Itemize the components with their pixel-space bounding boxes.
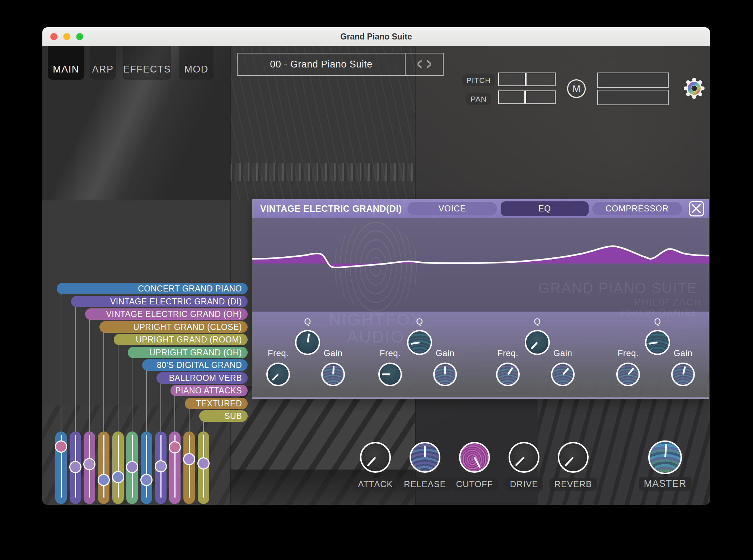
- layer-fader-3[interactable]: [84, 431, 95, 504]
- cutoff-knob[interactable]: [459, 442, 490, 473]
- layer-label-6[interactable]: UPRIGHT GRAND (OH): [128, 347, 248, 358]
- eq-tab-compressor[interactable]: COMPRESSOR: [592, 202, 682, 215]
- layer-label-text: BALLROOM VERB: [169, 373, 242, 383]
- pitch-label: PITCH: [462, 74, 495, 86]
- tab-effects[interactable]: EFFECTS: [123, 46, 171, 80]
- pitch-slider[interactable]: [498, 73, 556, 86]
- eq-band3-freq-knob[interactable]: [496, 363, 520, 386]
- drive-knob[interactable]: [509, 442, 539, 473]
- layer-connector-line: [160, 383, 161, 431]
- eq-band3-q-knob[interactable]: [525, 330, 550, 355]
- eq-panel-header: VINTAGE ELECTRIC GRAND(DI) VOICEEQCOMPRE…: [252, 199, 709, 218]
- knob-pointer: [444, 366, 446, 374]
- fader-thumb[interactable]: [197, 457, 210, 470]
- fader-thumb[interactable]: [140, 474, 153, 486]
- layer-label-2[interactable]: VINTAGE ELECTRIC GRAND (DI): [71, 296, 248, 307]
- layer-connector-line: [189, 409, 190, 431]
- fader-thumb[interactable]: [183, 453, 195, 465]
- eq-band2-q-knob[interactable]: [407, 330, 432, 355]
- layer-fader-5[interactable]: [112, 431, 124, 504]
- layer-fader-7[interactable]: [141, 431, 152, 504]
- layer-connector-line: [103, 332, 104, 431]
- layer-label-3[interactable]: VINTAGE ELECTRIC GRAND (OH): [85, 308, 248, 320]
- layer-label-1[interactable]: CONCERT GRAND PIANO: [57, 283, 248, 294]
- minimize-button[interactable]: [63, 33, 70, 40]
- layer-label-10[interactable]: TEXTURED: [185, 398, 248, 409]
- eq-band4-freq-knob[interactable]: [616, 363, 640, 386]
- knob-pointer: [411, 342, 420, 345]
- eq-band4-gain-knob[interactable]: [671, 363, 695, 386]
- preset-selector[interactable]: 00 - Grand Piano Suite: [237, 53, 406, 76]
- fader-thumb[interactable]: [55, 440, 67, 453]
- layer-label-5[interactable]: UPRIGHT GRAND (ROOM): [114, 334, 248, 345]
- mono-button[interactable]: M: [567, 79, 586, 98]
- eq-band2-freq-knob[interactable]: [378, 363, 402, 386]
- layer-fader-8[interactable]: [155, 431, 167, 504]
- gain-label: Gain: [553, 348, 572, 358]
- fader-thumb[interactable]: [169, 441, 181, 453]
- pan-slider[interactable]: [498, 90, 556, 104]
- pan-slider-thumb[interactable]: [524, 91, 526, 103]
- settings-button[interactable]: [682, 76, 706, 100]
- reverb-knob[interactable]: [558, 442, 589, 473]
- layer-connector-line: [146, 370, 147, 431]
- eq-tab-eq[interactable]: EQ: [501, 201, 589, 216]
- layer-fader-10[interactable]: [183, 431, 195, 504]
- layer-label-11[interactable]: SUB: [199, 410, 248, 422]
- layer-fader-4[interactable]: [98, 431, 109, 504]
- knob-pointer: [382, 374, 390, 375]
- reverb-knob-label: REVERB: [549, 478, 597, 491]
- knob-pointer: [272, 374, 279, 381]
- fader-thumb[interactable]: [83, 458, 95, 470]
- layer-fader-11[interactable]: [198, 431, 209, 504]
- layer-label-text: PIANO ATTACKS: [175, 386, 242, 396]
- zoom-button[interactable]: [76, 33, 83, 40]
- eq-close-button[interactable]: [689, 201, 704, 216]
- tab-mod[interactable]: MOD: [179, 46, 214, 80]
- tab-main[interactable]: MAIN: [48, 46, 84, 80]
- layer-label-4[interactable]: UPRIGHT GRAND (CLOSE): [99, 321, 248, 333]
- pitch-label-text: PITCH: [467, 76, 491, 85]
- fader-thumb[interactable]: [126, 461, 138, 473]
- layer-label-text: VINTAGE ELECTRIC GRAND (DI): [110, 297, 242, 307]
- layer-label-text: SUB: [224, 411, 242, 421]
- eq-band1-freq-knob[interactable]: [266, 363, 290, 386]
- layer-fader-1[interactable]: [55, 431, 67, 504]
- layer-fader-2[interactable]: [70, 431, 81, 504]
- eq-band2-gain-knob[interactable]: [433, 363, 457, 386]
- gain-label: Gain: [436, 348, 455, 358]
- master-knob[interactable]: [648, 440, 682, 474]
- layer-connector-line: [203, 421, 204, 431]
- fader-thumb[interactable]: [112, 471, 124, 483]
- layer-label-9[interactable]: PIANO ATTACKS: [170, 385, 248, 396]
- drive-knob-label: DRIVE: [505, 478, 543, 491]
- gain-label: Gain: [674, 348, 693, 358]
- tab-arp[interactable]: ARP: [90, 46, 116, 80]
- layer-fader-6[interactable]: [126, 431, 138, 504]
- pitch-slider-thumb[interactable]: [525, 73, 527, 85]
- freq-label: Freq.: [268, 348, 289, 358]
- fader-thumb[interactable]: [155, 460, 167, 472]
- eq-response-curve[interactable]: [252, 218, 709, 312]
- eq-band3-gain-knob[interactable]: [551, 363, 575, 386]
- close-button[interactable]: [50, 33, 57, 40]
- eq-band1-gain-knob[interactable]: [321, 363, 345, 386]
- prev-preset-icon[interactable]: <: [417, 55, 422, 74]
- knob-pointer: [515, 457, 525, 466]
- attack-knob[interactable]: [360, 442, 391, 473]
- release-knob[interactable]: [410, 442, 440, 473]
- q-label: Q: [304, 317, 311, 327]
- next-preset-icon[interactable]: >: [426, 55, 431, 74]
- eq-tab-voice[interactable]: VOICE: [407, 202, 497, 215]
- fader-thumb[interactable]: [69, 461, 81, 473]
- eq-band1-q-knob[interactable]: [295, 330, 320, 355]
- layer-fader-9[interactable]: [169, 431, 181, 504]
- knob-pointer: [682, 366, 686, 374]
- layer-label-8[interactable]: BALLROOM VERB: [156, 372, 248, 384]
- eq-band4-q-knob[interactable]: [645, 330, 670, 355]
- knob-pointer: [332, 366, 335, 374]
- layer-connector-line: [132, 358, 132, 431]
- q-label: Q: [534, 317, 541, 327]
- fader-thumb[interactable]: [98, 474, 110, 486]
- layer-label-7[interactable]: 80'S DIGITAL GRAND: [142, 359, 248, 371]
